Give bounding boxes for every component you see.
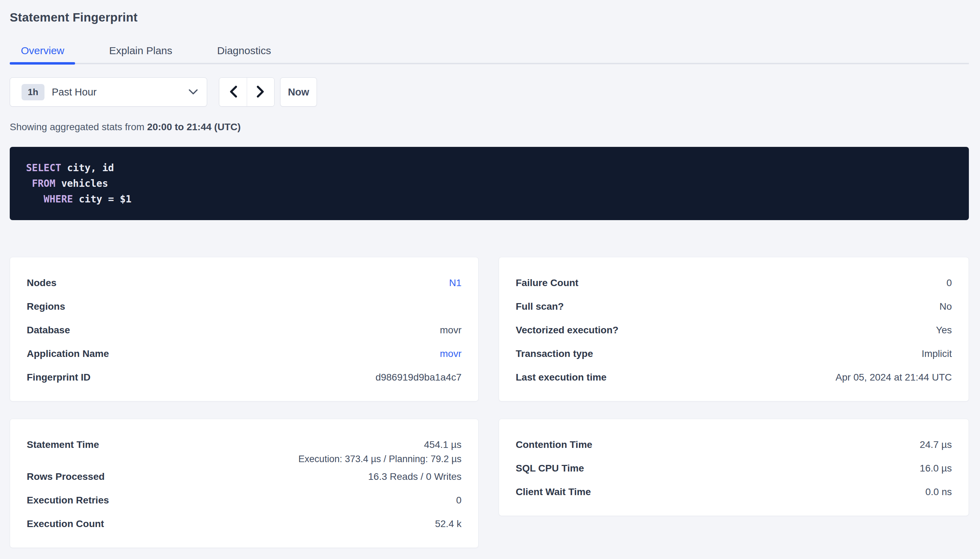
failure-count-value: 0 bbox=[946, 278, 952, 289]
row-contention-time-label: Contention Time bbox=[516, 439, 592, 450]
row-client-wait-time: Client Wait Time 0.0 ns bbox=[516, 480, 952, 504]
row-execution-retries: Execution Retries 0 bbox=[27, 488, 461, 512]
row-sql-cpu-time: SQL CPU Time 16.0 µs bbox=[516, 456, 952, 480]
execution-count-value: 52.4 k bbox=[435, 518, 461, 529]
execution-attributes-card: Failure Count 0 Full scan? No Vectorized… bbox=[499, 257, 969, 401]
row-client-wait-time-label: Client Wait Time bbox=[516, 486, 591, 498]
time-interval-badge: 1h bbox=[22, 84, 45, 100]
row-transaction-type: Transaction type Implicit bbox=[516, 342, 952, 366]
row-nodes: Nodes N1 bbox=[27, 271, 461, 295]
tab-explain-plans[interactable]: Explain Plans bbox=[98, 44, 184, 58]
row-regions: Regions bbox=[27, 295, 461, 318]
active-tab-indicator bbox=[10, 62, 75, 64]
statement-timing-card: Statement Time 454.1 µs Execution: 373.4… bbox=[10, 419, 479, 548]
sql-line-3: WHERE city = $1 bbox=[26, 191, 953, 207]
note-prefix: Showing aggregated stats from bbox=[10, 122, 147, 132]
tab-diagnostics-label: Diagnostics bbox=[217, 45, 271, 56]
row-last-execution-time-label: Last execution time bbox=[516, 372, 607, 383]
tab-overview[interactable]: Overview bbox=[10, 44, 75, 58]
row-database: Database movr bbox=[27, 318, 461, 342]
sql-line-2: FROM vehicles bbox=[26, 176, 953, 191]
last-execution-time-value: Apr 05, 2024 at 21:44 UTC bbox=[836, 372, 952, 383]
sql-line-1-rest: city, id bbox=[61, 162, 114, 174]
contention-time-value: 24.7 µs bbox=[920, 439, 952, 450]
statement-fingerprint-page: Statement Fingerprint Overview Explain P… bbox=[0, 0, 980, 548]
row-fingerprint-id: Fingerprint ID d986919d9ba1a4c7 bbox=[27, 366, 461, 389]
client-wait-time-value: 0.0 ns bbox=[925, 486, 952, 498]
sql-line-3-rest: city = $1 bbox=[73, 194, 132, 205]
sql-cpu-time-value: 16.0 µs bbox=[920, 463, 952, 474]
row-transaction-type-label: Transaction type bbox=[516, 348, 593, 359]
row-full-scan: Full scan? No bbox=[516, 295, 952, 318]
next-interval-button[interactable] bbox=[247, 78, 274, 106]
wait-times-card: Contention Time 24.7 µs SQL CPU Time 16.… bbox=[499, 419, 969, 516]
statement-details-card: Nodes N1 Regions Database movr Applicati… bbox=[10, 257, 479, 401]
row-application-name-label: Application Name bbox=[27, 348, 109, 359]
row-regions-label: Regions bbox=[27, 301, 65, 312]
chevron-left-icon bbox=[229, 85, 237, 99]
sql-statement-box: SELECT city, id FROM vehicles WHERE city… bbox=[10, 147, 969, 220]
row-contention-time: Contention Time 24.7 µs bbox=[516, 433, 952, 456]
row-failure-count-label: Failure Count bbox=[516, 278, 578, 289]
application-name-value-link[interactable]: movr bbox=[440, 348, 461, 359]
page-title: Statement Fingerprint bbox=[10, 10, 969, 25]
time-shift-button-group bbox=[219, 78, 275, 107]
chevron-down-icon bbox=[189, 89, 198, 95]
statement-time-breakdown: Execution: 373.4 µs / Planning: 79.2 µs bbox=[27, 453, 461, 465]
database-value: movr bbox=[440, 325, 461, 336]
tab-bar: Overview Explain Plans Diagnostics bbox=[10, 44, 969, 64]
row-nodes-label: Nodes bbox=[27, 278, 56, 289]
row-failure-count: Failure Count 0 bbox=[516, 271, 952, 295]
row-vectorized-execution-label: Vectorized execution? bbox=[516, 325, 619, 336]
sql-line-3-indent bbox=[26, 194, 44, 205]
stats-cards-grid: Nodes N1 Regions Database movr Applicati… bbox=[10, 257, 969, 548]
row-rows-processed-label: Rows Processed bbox=[27, 471, 104, 482]
aggregated-stats-note: Showing aggregated stats from 20:00 to 2… bbox=[10, 122, 969, 132]
previous-interval-button[interactable] bbox=[219, 78, 247, 106]
row-last-execution-time: Last execution time Apr 05, 2024 at 21:4… bbox=[516, 366, 952, 389]
row-application-name: Application Name movr bbox=[27, 342, 461, 366]
sql-line-1: SELECT city, id bbox=[26, 160, 953, 176]
execution-retries-value: 0 bbox=[456, 495, 461, 506]
chevron-right-icon bbox=[257, 85, 265, 99]
nodes-value-link[interactable]: N1 bbox=[449, 278, 461, 289]
row-fingerprint-id-label: Fingerprint ID bbox=[27, 372, 91, 383]
note-time-range: 20:00 to 21:44 (UTC) bbox=[147, 122, 240, 132]
row-full-scan-label: Full scan? bbox=[516, 301, 564, 312]
sql-keyword-from: FROM bbox=[32, 178, 55, 189]
vectorized-execution-value: Yes bbox=[936, 325, 952, 336]
sql-line-2-rest: vehicles bbox=[55, 178, 108, 189]
full-scan-value: No bbox=[939, 301, 952, 312]
sql-keyword-select: SELECT bbox=[26, 162, 61, 174]
statement-time-value: 454.1 µs bbox=[424, 439, 461, 450]
now-button[interactable]: Now bbox=[280, 78, 317, 107]
fingerprint-id-value: d986919d9ba1a4c7 bbox=[375, 372, 461, 383]
row-execution-retries-label: Execution Retries bbox=[27, 495, 109, 506]
row-execution-count: Execution Count 52.4 k bbox=[27, 512, 461, 536]
row-sql-cpu-time-label: SQL CPU Time bbox=[516, 463, 584, 474]
row-execution-count-label: Execution Count bbox=[27, 518, 104, 529]
tab-underline bbox=[10, 63, 969, 64]
row-rows-processed: Rows Processed 16.3 Reads / 0 Writes bbox=[27, 465, 461, 488]
rows-processed-value: 16.3 Reads / 0 Writes bbox=[368, 471, 461, 482]
time-range-dropdown[interactable]: 1h Past Hour bbox=[10, 78, 207, 107]
tab-explain-plans-label: Explain Plans bbox=[109, 45, 172, 56]
row-vectorized-execution: Vectorized execution? Yes bbox=[516, 318, 952, 342]
tab-diagnostics[interactable]: Diagnostics bbox=[206, 44, 282, 58]
row-statement-time-label: Statement Time bbox=[27, 439, 99, 450]
sql-keyword-where: WHERE bbox=[44, 194, 73, 205]
transaction-type-value: Implicit bbox=[922, 348, 952, 359]
sql-line-2-indent bbox=[26, 178, 32, 189]
tab-overview-label: Overview bbox=[21, 45, 64, 56]
time-range-selected-label: Past Hour bbox=[52, 86, 96, 98]
row-database-label: Database bbox=[27, 325, 70, 336]
time-controls: 1h Past Hour Now bbox=[10, 78, 969, 107]
